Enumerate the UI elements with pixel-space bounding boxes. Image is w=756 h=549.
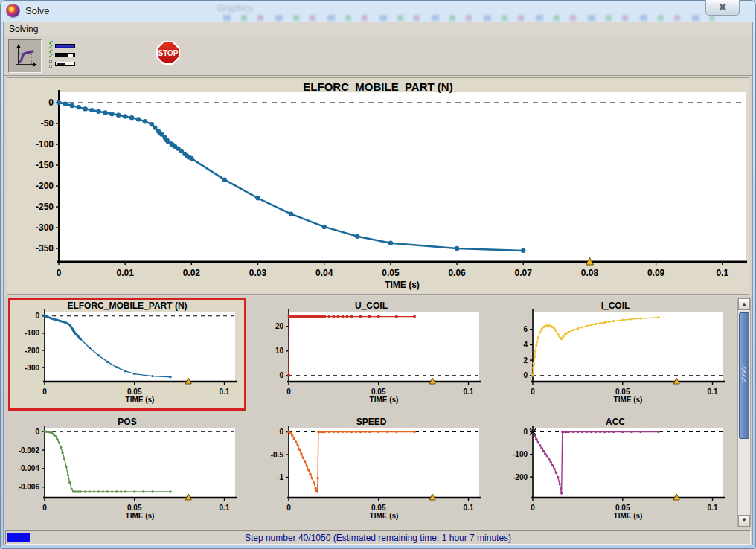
svg-text:0.05: 0.05 — [127, 504, 142, 512]
close-icon: ❌︎ — [719, 3, 725, 12]
svg-text:0.08: 0.08 — [581, 268, 599, 278]
scroll-up-icon[interactable]: ▲ — [738, 298, 750, 310]
window-title: Solve — [25, 5, 50, 16]
svg-text:-350: -350 — [36, 243, 54, 254]
svg-text:0: 0 — [35, 428, 39, 436]
thumb-title: ACC — [499, 417, 732, 427]
background-window-title: Graphics — [217, 3, 253, 13]
thumb-speed[interactable]: SPEED 00.050.10-0.5-1TIME (s) — [252, 414, 490, 527]
svg-text:0.01: 0.01 — [116, 268, 134, 278]
svg-text:0.02: 0.02 — [183, 268, 201, 278]
svg-text:0: 0 — [48, 97, 54, 108]
svg-text:TIME (s): TIME (s) — [370, 396, 399, 404]
svg-text:0.05: 0.05 — [615, 504, 630, 512]
svg-text:0: 0 — [523, 428, 528, 436]
svg-text:-150: -150 — [36, 160, 54, 170]
svg-text:6: 6 — [523, 325, 528, 333]
svg-text:-100: -100 — [36, 139, 54, 150]
scrollbar-thumb[interactable] — [739, 312, 749, 439]
svg-text:-200: -200 — [36, 181, 54, 191]
progress-text: Step number 40/1050 (Estimated remaining… — [6, 531, 750, 544]
svg-text:0.1: 0.1 — [716, 268, 728, 278]
thumb-title: ELFORC_MOBILE_PART (N) — [10, 301, 244, 311]
svg-text:-50: -50 — [41, 118, 54, 129]
svg-text:-300: -300 — [25, 364, 39, 372]
thumb-acc[interactable]: ACC 00.050.10-100-200TIME (s) — [496, 414, 734, 527]
client-area: Solving ✓ ✓ ✓ ✓ — [3, 22, 753, 545]
svg-text:0: 0 — [57, 268, 62, 278]
thumbnail-panel: ELFORC_MOBILE_PART (N) 00.050.10-100-200… — [4, 296, 752, 529]
svg-text:-250: -250 — [36, 202, 54, 212]
background-toolbar-ghost — [223, 15, 714, 21]
svg-text:0: 0 — [42, 388, 47, 396]
svg-text:0: 0 — [286, 388, 291, 396]
svg-text:0.04: 0.04 — [315, 268, 333, 278]
toolbar: ✓ ✓ ✓ ✓ STOP — [4, 36, 752, 76]
svg-text:0.1: 0.1 — [708, 388, 718, 396]
svg-text:0.05: 0.05 — [371, 388, 386, 396]
solver-checks-button[interactable]: ✓ ✓ ✓ ✓ — [47, 40, 77, 73]
svg-text:-100: -100 — [513, 450, 528, 458]
svg-text:-100: -100 — [25, 329, 39, 337]
thumb-title: POS — [10, 417, 244, 427]
thumbnail-grid: ELFORC_MOBILE_PART (N) 00.050.10-100-200… — [8, 298, 736, 527]
thumb-u-coil[interactable]: U_COIL 00.050.101020TIME (s) — [252, 298, 490, 411]
thumb-pos[interactable]: POS 00.050.10-0.002-0.004-0.006TIME (s) — [8, 414, 246, 527]
close-button[interactable]: ❌︎ — [705, 0, 740, 16]
svg-text:0.1: 0.1 — [708, 504, 718, 512]
main-chart-title: ELFORC_MOBILE_PART (N) — [7, 80, 749, 93]
svg-text:TIME (s): TIME (s) — [126, 512, 155, 520]
thumb-title: SPEED — [254, 417, 488, 427]
svg-text:-0.006: -0.006 — [19, 483, 40, 491]
svg-text:TIME (s): TIME (s) — [614, 396, 643, 404]
svg-text:0.05: 0.05 — [371, 504, 386, 512]
stop-button[interactable]: STOP — [156, 41, 180, 65]
svg-text:0: 0 — [531, 504, 535, 512]
thumb-i-coil[interactable]: I_COIL 00.050.10246TIME (s) — [496, 298, 734, 411]
svg-text:-300: -300 — [36, 222, 54, 233]
svg-text:-0.5: -0.5 — [271, 451, 284, 459]
vertical-scrollbar[interactable]: ▲ ▼ — [737, 298, 751, 527]
svg-text:0: 0 — [286, 504, 291, 512]
scroll-down-icon[interactable]: ▼ — [738, 515, 750, 527]
svg-text:4: 4 — [523, 341, 528, 349]
solve-window: Graphics Solve ❌︎ Solving — [0, 0, 756, 549]
thumb-title: U_COIL — [254, 301, 488, 311]
svg-text:0.06: 0.06 — [448, 268, 466, 278]
svg-text:0: 0 — [279, 371, 284, 379]
svg-text:-1: -1 — [277, 473, 284, 481]
svg-text:0.03: 0.03 — [249, 268, 267, 278]
svg-text:0.09: 0.09 — [647, 268, 665, 278]
svg-text:0: 0 — [531, 388, 535, 396]
menu-solving[interactable]: Solving — [4, 23, 43, 35]
main-chart: 00.010.020.030.040.050.060.070.080.090.1… — [7, 78, 749, 294]
svg-text:-0.004: -0.004 — [19, 464, 40, 472]
svg-text:TIME (s): TIME (s) — [370, 512, 399, 520]
svg-text:-200: -200 — [513, 473, 528, 481]
titlebar[interactable]: Graphics Solve ❌︎ — [0, 0, 756, 22]
curve-display-button[interactable] — [8, 39, 42, 73]
svg-text:0.1: 0.1 — [220, 388, 230, 396]
curve-chart-icon — [13, 44, 37, 69]
svg-text:0.05: 0.05 — [127, 388, 142, 396]
svg-text:0.1: 0.1 — [464, 388, 474, 396]
thumb-title: I_COIL — [499, 301, 732, 311]
svg-text:TIME (s): TIME (s) — [385, 280, 420, 290]
svg-text:0: 0 — [523, 371, 528, 379]
svg-text:0: 0 — [279, 428, 284, 436]
svg-text:0: 0 — [35, 312, 39, 320]
svg-text:TIME (s): TIME (s) — [614, 512, 643, 520]
svg-text:0.05: 0.05 — [615, 388, 630, 396]
svg-text:0.07: 0.07 — [515, 268, 533, 278]
svg-text:2: 2 — [523, 356, 528, 365]
svg-text:20: 20 — [275, 322, 284, 330]
solve-app-icon — [7, 4, 19, 17]
svg-text:TIME (s): TIME (s) — [126, 396, 155, 404]
progress-statusbar: Step number 40/1050 (Estimated remaining… — [5, 530, 751, 545]
thumb-elforc-mobile-part[interactable]: ELFORC_MOBILE_PART (N) 00.050.10-100-200… — [8, 298, 246, 411]
svg-text:-0.002: -0.002 — [19, 446, 40, 455]
svg-text:-200: -200 — [25, 347, 39, 355]
svg-text:0.1: 0.1 — [220, 504, 230, 512]
svg-text:10: 10 — [275, 347, 284, 355]
main-chart-panel: ELFORC_MOBILE_PART (N) 00.010.020.030.04… — [7, 77, 749, 295]
